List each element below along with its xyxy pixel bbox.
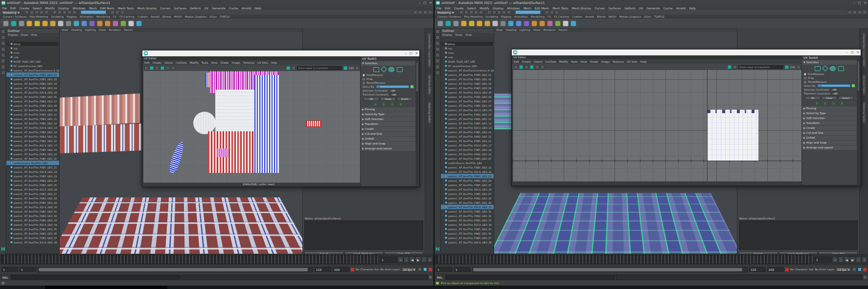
menuset-dropdown[interactable]: Modeling▾ <box>436 10 455 14</box>
command-language-toggle[interactable]: MEL <box>435 276 444 279</box>
shelf-tool-icon[interactable] <box>500 21 506 26</box>
playback-end-field[interactable]: 120 <box>749 267 766 272</box>
outliner-item[interactable]: pasted__RT_RoofTile_P8B2_GEO_32 <box>6 214 59 218</box>
outliner-item[interactable]: pasted__RT_RoofTile_R2C4_GEO_09 <box>6 108 59 112</box>
shelf-tool-icon[interactable] <box>492 21 498 26</box>
panel-menu-item[interactable]: Show <box>533 28 541 31</box>
outliner-item[interactable]: pasted__RT_RoofTile_P3B5_GEO_18 <box>441 147 494 152</box>
plus-icon[interactable] <box>411 85 413 88</box>
uv-menu-item[interactable]: Textures <box>613 60 624 63</box>
notes-field[interactable] <box>739 220 858 250</box>
shelf-tab[interactable]: Sculpting <box>485 15 498 18</box>
sidebar-toggle-icon[interactable] <box>428 10 432 14</box>
drag-select-icon[interactable] <box>822 65 828 72</box>
outliner-item[interactable]: pasted__RT_RoofTile_P3B5_GEO_08 <box>6 103 59 108</box>
toolkit-section[interactable]: ▶Select by Type <box>361 112 415 117</box>
animation-start-field[interactable]: 1 <box>436 267 453 272</box>
outliner-item[interactable]: pasted__RT_RoofTile_P3B5_GEO_37 <box>6 236 59 240</box>
outliner-item[interactable]: pasted__RT_RoofTile_P8B2_GEO_19 <box>6 152 59 156</box>
shelf-tool-icon[interactable] <box>539 21 545 26</box>
outliner-item[interactable]: pasted__RT_RoofTile_P3B5_GEO_20 <box>441 156 494 161</box>
playback-button[interactable]: ‹ <box>404 257 409 263</box>
magnet-snap-icon[interactable] <box>733 65 737 69</box>
outliner-item[interactable]: pasted__RT_RoofTile_P8B2_GEO_07 <box>6 99 59 103</box>
playback-end-field[interactable]: 120 <box>315 267 331 272</box>
snap-icon[interactable] <box>63 10 67 14</box>
shelf-tool-icon[interactable] <box>136 21 142 26</box>
toolkit-section[interactable]: ▶Align and Snap <box>361 142 415 146</box>
script-editor-icon[interactable] <box>863 275 867 279</box>
menu-item[interactable]: Mesh Display <box>572 6 592 10</box>
uv-menu-item[interactable]: UV Sets <box>627 60 637 63</box>
shelf-tab[interactable]: TURTLE <box>220 15 230 18</box>
uv-canvas[interactable] <box>143 71 362 183</box>
uv-distortion-icon[interactable] <box>535 65 539 69</box>
outliner-item[interactable]: pasted__RT_RoofTile_P3B5_GEO_20 <box>6 156 59 161</box>
uv-shaded-toggle-icon[interactable] <box>150 66 154 70</box>
close-button[interactable]: ✕ <box>430 1 432 5</box>
uv-menu-item[interactable]: Cut/Sew <box>176 61 187 64</box>
uv-menu-item[interactable]: Image <box>601 60 610 63</box>
menu-item[interactable]: Modify <box>45 6 55 10</box>
menu-item[interactable]: Edit <box>10 6 16 10</box>
outliner-item[interactable]: pasted__RT_RoofTile_R2C4_GEO_30 <box>6 205 59 209</box>
minimize-button[interactable]: – <box>853 1 855 5</box>
anim-layer-label[interactable]: No Anim Layer <box>815 268 834 271</box>
menu-item[interactable]: Display <box>493 6 503 10</box>
playback-button[interactable]: » <box>862 257 867 263</box>
pixel-snap-icon[interactable] <box>728 65 731 69</box>
toolkit-section[interactable]: ▶Align and Snap <box>802 141 857 145</box>
menu-item[interactable]: Deform <box>190 6 201 10</box>
snap-icon[interactable] <box>507 10 511 14</box>
tool-icon[interactable] <box>1 71 5 75</box>
menu-item[interactable]: Edit Mesh <box>535 6 549 10</box>
tool-icon[interactable] <box>1 35 5 40</box>
shelf-tab[interactable]: Animation <box>514 15 528 18</box>
outliner-item[interactable]: pasted__RT_RoofTile_R2C4_GEO_05 <box>6 90 59 95</box>
plus-icon[interactable] <box>852 84 855 87</box>
command-input[interactable] <box>445 275 615 280</box>
shelf-tool-icon[interactable] <box>73 21 79 26</box>
snap-icon[interactable] <box>58 10 62 14</box>
status-icon[interactable] <box>464 10 468 14</box>
outliner-item[interactable]: pasted__RT_RoofTile_R2C4_GEO_34 <box>6 222 59 227</box>
uv-shell[interactable] <box>208 131 254 173</box>
shelf-tool-icon[interactable] <box>484 21 490 26</box>
status-icon[interactable] <box>459 10 463 14</box>
shelf-tab[interactable]: Motion Graphics <box>185 15 207 18</box>
window-titlebar[interactable]: M untitled* - Autodesk MAYA 2022: untitl… <box>434 0 868 6</box>
snap-icon[interactable] <box>502 10 506 14</box>
maximize-button[interactable]: □ <box>850 50 853 54</box>
outliner-item[interactable]: pasted__RT_RoofTile_P3B5_GEO_06 <box>6 95 59 99</box>
uv-menu-item[interactable]: View <box>580 60 587 63</box>
sidebar-vertical-tab[interactable]: Modeling Toolkit <box>862 101 866 124</box>
playback-button[interactable]: › <box>856 257 861 263</box>
toolkit-section[interactable]: ▶Cut and Sew <box>361 132 415 136</box>
uv-menu-item[interactable]: Cut/Sew <box>545 60 556 63</box>
uv-menu-item[interactable]: Shade <box>590 60 598 63</box>
uv-menu-item[interactable]: Tools <box>202 61 208 64</box>
menu-item[interactable]: Select <box>467 6 477 10</box>
shelf-tab[interactable]: Rigging <box>67 15 77 18</box>
uv-shell[interactable] <box>254 75 279 173</box>
outliner-item[interactable]: pasted__RT_RoofTile_R2C4_GEO_22 <box>441 169 494 174</box>
drag-select-icon[interactable] <box>381 66 387 72</box>
panel-menu-item[interactable]: Panels <box>124 28 133 31</box>
outliner-item[interactable]: pasted__RT_RoofTile_P3B5_GEO_10 <box>441 112 494 117</box>
minimize-button[interactable]: – <box>846 50 847 54</box>
tool-icon[interactable] <box>435 41 440 46</box>
menu-item[interactable]: Mesh Tools <box>552 6 568 10</box>
snap-icon[interactable] <box>492 10 496 14</box>
shelf-tab[interactable]: Custom <box>137 15 148 18</box>
menu-item[interactable]: Curves <box>594 6 605 10</box>
shelf-tab[interactable]: MASH <box>608 15 616 18</box>
outliner-item[interactable]: pasted__RT_RoofTile_R2C4_GEO_26 <box>441 187 494 192</box>
snap-icon[interactable] <box>72 10 76 14</box>
tool-icon[interactable] <box>1 59 5 63</box>
shelf-tool-icon[interactable] <box>508 21 514 26</box>
animation-end-field[interactable]: 200 <box>333 267 349 272</box>
uv-component-icon[interactable] <box>838 66 844 71</box>
minimize-button[interactable]: – <box>419 1 420 5</box>
menu-item[interactable]: Windows <box>507 6 520 10</box>
playback-loop-icon[interactable] <box>418 267 422 271</box>
